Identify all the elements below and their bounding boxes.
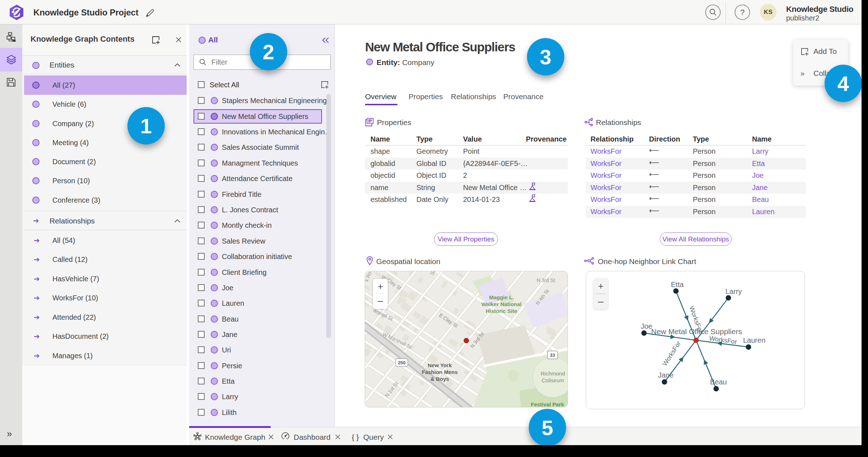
svg-text:Beau: Beau	[710, 378, 727, 386]
svg-text:Larry: Larry	[725, 287, 742, 295]
svg-text:Richmond: Richmond	[541, 370, 565, 377]
svg-text:Fashion Mens: Fashion Mens	[422, 369, 458, 375]
svg-text:Etta: Etta	[671, 281, 684, 288]
svg-text:Festival Park: Festival Park	[531, 401, 564, 407]
svg-text:Walker National: Walker National	[481, 301, 522, 307]
svg-text:33: 33	[550, 352, 555, 358]
svg-text:Joe: Joe	[641, 322, 652, 330]
svg-text:Jane: Jane	[658, 371, 673, 379]
svg-text:New York: New York	[428, 362, 452, 368]
svg-text:Historic Site: Historic Site	[486, 308, 517, 314]
svg-text:?: ?	[740, 8, 745, 17]
svg-text:250: 250	[398, 360, 406, 365]
svg-text:Maggie L.: Maggie L.	[489, 294, 514, 300]
svg-text:N 3rd St: N 3rd St	[537, 277, 555, 283]
svg-text:& Boys: & Boys	[430, 376, 449, 382]
svg-text:Coliseum: Coliseum	[542, 377, 564, 383]
svg-text:Lauren: Lauren	[743, 336, 765, 344]
